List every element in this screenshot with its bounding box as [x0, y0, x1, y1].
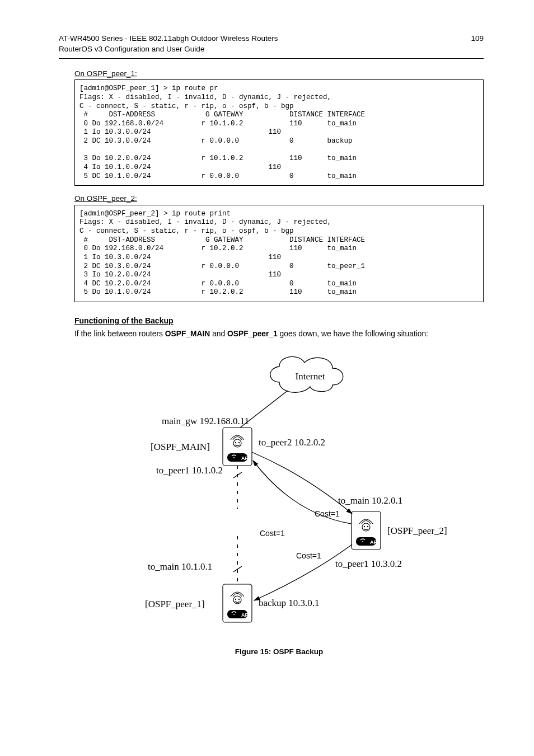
code-content-1: [admin@OSPF_peer_1] > ip route pr Flags:… [79, 84, 479, 181]
code-block-1: [admin@OSPF_peer_1] > ip route pr Flags:… [74, 79, 484, 186]
to-peer1-b-label: to_peer1 10.3.0.2 [335, 558, 402, 569]
internet-cloud-icon: Internet [270, 356, 343, 392]
backup-label: backup 10.3.0.1 [259, 598, 320, 608]
code-content-2: [admin@OSPF_peer_2] > ip route print Fla… [79, 210, 479, 297]
section-heading: Functioning of the Backup [74, 316, 484, 326]
page-number: 109 [471, 34, 484, 44]
ospf-peer2-label: [OSPF_peer_2] [387, 525, 447, 536]
section-body: If the link between routers OSPF_MAIN an… [74, 329, 484, 339]
to-main-a-label: to_main 10.1.0.1 [148, 561, 212, 572]
header-line1: AT-WR4500 Series - IEEE 802.11abgh Outdo… [59, 34, 278, 43]
header-title: AT-WR4500 Series - IEEE 802.11abgh Outdo… [59, 34, 278, 55]
code-block-2: [admin@OSPF_peer_2] > ip route print Fla… [74, 205, 484, 302]
to-peer2-label: to_peer2 10.2.0.2 [259, 437, 325, 448]
router-ospf-peer1-icon [223, 584, 252, 622]
ospf-peer1-label: [OSPF_peer_1] [145, 599, 205, 609]
figure-caption: Figure 15: OSPF Backup [74, 647, 484, 657]
cost-label-3: Cost=1 [296, 551, 321, 560]
code-label-1: On OSPF_peer_1: [74, 69, 484, 79]
ospf-main-label: [OSPF_MAIN] [151, 442, 210, 452]
network-diagram: AP Internet main_gw 192.168.0.11 [OSPF_M… [74, 346, 484, 657]
to-main-b-label: to_main 10.2.0.1 [338, 495, 402, 506]
internet-label: Internet [295, 371, 325, 382]
code-label-2: On OSPF_peer_2: [74, 194, 484, 204]
cost-label-2: Cost=1 [260, 529, 285, 538]
main-gw-label: main_gw 192.168.0.11 [162, 416, 249, 426]
router-ospf-peer2-icon [352, 511, 381, 550]
page-header: AT-WR4500 Series - IEEE 802.11abgh Outdo… [59, 34, 484, 59]
to-peer1-a-label: to_peer1 10.1.0.2 [156, 465, 223, 476]
header-line2: RouterOS v3 Configuration and User Guide [59, 45, 204, 53]
router-ospf-main-icon [223, 428, 252, 466]
